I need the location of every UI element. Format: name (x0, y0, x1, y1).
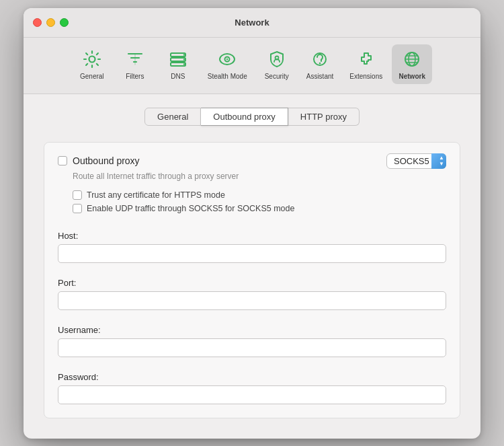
svg-point-8 (226, 58, 228, 59)
content-area: General Outbound proxy HTTP proxy Outbou… (24, 94, 480, 439)
main-window: Network General Filters (24, 8, 480, 439)
trust-cert-label: Trust any certificate for HTTPS mode (87, 190, 225, 200)
proxy-fields: Host: Port: Username: Password: (58, 223, 446, 404)
gear-icon (81, 48, 103, 70)
network-icon (401, 48, 423, 70)
toolbar-label-dns: DNS (171, 73, 185, 80)
svg-point-6 (183, 63, 185, 65)
toolbar: General Filters (24, 38, 480, 94)
svg-point-11 (319, 62, 321, 64)
toolbar-item-stealth[interactable]: Stealth Mode (201, 44, 254, 84)
dns-icon (167, 48, 189, 70)
host-field-group: Host: (58, 231, 446, 263)
window-title: Network (235, 17, 269, 28)
port-input[interactable] (58, 291, 446, 310)
assistant-icon (309, 48, 331, 70)
password-label: Password: (58, 372, 446, 382)
outbound-proxy-label: Outbound proxy (73, 155, 140, 166)
filter-icon (124, 48, 146, 70)
svg-rect-1 (171, 53, 185, 57)
toolbar-item-extensions[interactable]: Extensions (343, 44, 389, 84)
titlebar: Network (24, 8, 480, 38)
traffic-lights (33, 18, 69, 27)
password-input[interactable] (58, 385, 446, 404)
tab-outbound-proxy[interactable]: Outbound proxy (201, 108, 288, 126)
tab-general[interactable]: General (144, 108, 201, 126)
toolbar-item-dns[interactable]: DNS (158, 44, 198, 84)
username-input[interactable] (58, 338, 446, 357)
enable-udp-row: Enable UDP traffic through SOCKS5 for SO… (73, 204, 446, 213)
toolbar-label-extensions: Extensions (349, 73, 382, 80)
proxy-header: Outbound proxy SOCKS4 SOCKS5 HTTP ▲ ▼ (58, 153, 446, 169)
svg-point-4 (183, 54, 185, 55)
port-field-group: Port: (58, 278, 446, 310)
toolbar-item-network[interactable]: Network (392, 44, 432, 84)
toolbar-item-assistant[interactable]: Assistant (300, 44, 341, 84)
outbound-proxy-section: Outbound proxy SOCKS4 SOCKS5 HTTP ▲ ▼ Ro… (44, 142, 460, 418)
protocol-select-wrapper: SOCKS4 SOCKS5 HTTP ▲ ▼ (386, 153, 446, 169)
outbound-proxy-checkbox[interactable] (58, 156, 67, 165)
toolbar-label-security: Security (265, 73, 289, 80)
maximize-button[interactable] (60, 18, 69, 27)
proxy-sub-options: Trust any certificate for HTTPS mode Ena… (73, 190, 446, 213)
host-input[interactable] (58, 244, 446, 263)
stealth-icon (216, 48, 238, 70)
trust-cert-checkbox[interactable] (73, 190, 82, 200)
toolbar-item-filters[interactable]: Filters (115, 44, 155, 84)
svg-rect-2 (171, 58, 185, 61)
enable-udp-checkbox[interactable] (73, 204, 82, 213)
tab-bar: General Outbound proxy HTTP proxy (44, 108, 460, 126)
minimize-button[interactable] (46, 18, 55, 27)
extensions-icon (355, 48, 377, 70)
trust-cert-row: Trust any certificate for HTTPS mode (73, 190, 446, 200)
tab-http-proxy[interactable]: HTTP proxy (288, 108, 360, 126)
svg-rect-3 (171, 63, 185, 66)
close-button[interactable] (33, 18, 42, 27)
username-field-group: Username: (58, 325, 446, 357)
toolbar-item-security[interactable]: Security (257, 44, 297, 84)
username-label: Username: (58, 325, 446, 335)
toolbar-label-stealth: Stealth Mode (208, 73, 247, 80)
svg-point-0 (89, 56, 95, 62)
security-icon (266, 48, 288, 70)
toolbar-label-network: Network (398, 73, 425, 80)
host-label: Host: (58, 231, 446, 241)
toolbar-item-general[interactable]: General (72, 44, 112, 84)
svg-point-5 (183, 59, 185, 60)
enable-udp-label: Enable UDP traffic through SOCKS5 for SO… (87, 204, 294, 213)
toolbar-label-assistant: Assistant (306, 73, 334, 80)
toolbar-label-filters: Filters (126, 73, 144, 80)
port-label: Port: (58, 278, 446, 288)
password-field-group: Password: (58, 372, 446, 404)
toolbar-label-general: General (80, 73, 104, 80)
protocol-select[interactable]: SOCKS4 SOCKS5 HTTP (386, 153, 446, 169)
proxy-description: Route all Internet traffic through a pro… (73, 172, 446, 181)
proxy-left: Outbound proxy (58, 155, 140, 166)
